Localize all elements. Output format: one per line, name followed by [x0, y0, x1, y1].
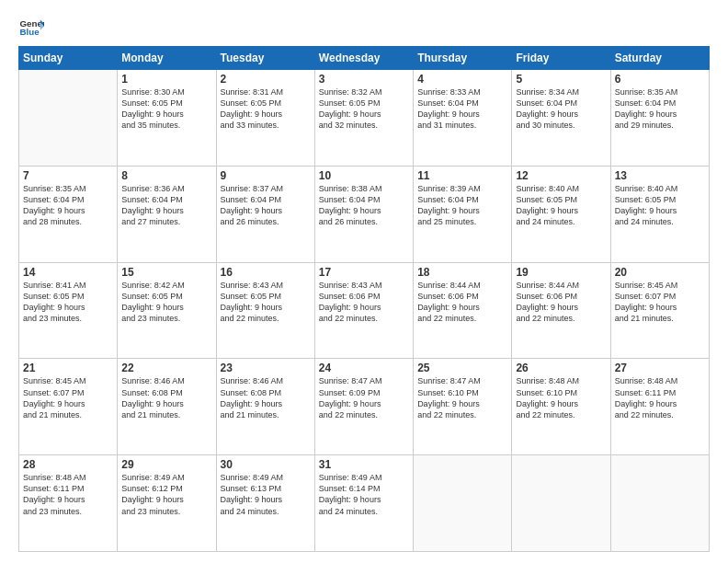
- calendar-cell: 5Sunrise: 8:34 AM Sunset: 6:04 PM Daylig…: [512, 70, 610, 167]
- cell-info: Sunrise: 8:44 AM Sunset: 6:06 PM Dayligh…: [516, 280, 606, 325]
- day-number: 3: [319, 73, 409, 86]
- cell-info: Sunrise: 8:43 AM Sunset: 6:06 PM Dayligh…: [319, 280, 409, 325]
- day-number: 18: [417, 266, 507, 279]
- day-number: 16: [221, 266, 311, 279]
- col-header-friday: Friday: [512, 47, 610, 70]
- day-number: 2: [221, 73, 311, 86]
- calendar-cell: 12Sunrise: 8:40 AM Sunset: 6:05 PM Dayli…: [512, 166, 610, 262]
- calendar-cell: 27Sunrise: 8:48 AM Sunset: 6:11 PM Dayli…: [610, 359, 709, 455]
- cell-info: Sunrise: 8:32 AM Sunset: 6:05 PM Dayligh…: [319, 86, 409, 132]
- cell-info: Sunrise: 8:31 AM Sunset: 6:05 PM Dayligh…: [221, 86, 311, 132]
- day-number: 26: [516, 362, 606, 374]
- cell-info: Sunrise: 8:43 AM Sunset: 6:05 PM Dayligh…: [221, 280, 311, 325]
- calendar-cell: 8Sunrise: 8:36 AM Sunset: 6:04 PM Daylig…: [118, 166, 216, 262]
- cell-info: Sunrise: 8:45 AM Sunset: 6:07 PM Dayligh…: [23, 375, 113, 420]
- page: General Blue SundayMondayTuesdayWednesda…: [0, 0, 728, 563]
- cell-info: Sunrise: 8:30 AM Sunset: 6:05 PM Dayligh…: [121, 86, 211, 132]
- day-number: 7: [23, 169, 113, 182]
- day-number: 23: [221, 362, 311, 374]
- week-row-1: 7Sunrise: 8:35 AM Sunset: 6:04 PM Daylig…: [19, 166, 710, 262]
- day-number: 25: [417, 362, 507, 374]
- col-header-sunday: Sunday: [19, 47, 118, 70]
- cell-info: Sunrise: 8:34 AM Sunset: 6:04 PM Dayligh…: [516, 86, 606, 132]
- calendar-table: SundayMondayTuesdayWednesdayThursdayFrid…: [18, 46, 710, 552]
- week-row-0: 1Sunrise: 8:30 AM Sunset: 6:05 PM Daylig…: [19, 70, 710, 167]
- cell-info: Sunrise: 8:48 AM Sunset: 6:10 PM Dayligh…: [516, 375, 606, 420]
- cell-info: Sunrise: 8:37 AM Sunset: 6:04 PM Dayligh…: [221, 183, 311, 228]
- day-number: 11: [417, 169, 507, 182]
- day-number: 29: [121, 458, 211, 471]
- calendar-cell: 13Sunrise: 8:40 AM Sunset: 6:05 PM Dayli…: [610, 166, 709, 262]
- col-header-tuesday: Tuesday: [216, 47, 314, 70]
- calendar-cell: [19, 70, 118, 167]
- calendar-cell: 3Sunrise: 8:32 AM Sunset: 6:05 PM Daylig…: [314, 70, 413, 167]
- calendar-cell: 16Sunrise: 8:43 AM Sunset: 6:05 PM Dayli…: [216, 262, 314, 359]
- calendar-cell: 31Sunrise: 8:49 AM Sunset: 6:14 PM Dayli…: [314, 455, 413, 552]
- cell-info: Sunrise: 8:49 AM Sunset: 6:13 PM Dayligh…: [221, 472, 311, 517]
- cell-info: Sunrise: 8:40 AM Sunset: 6:05 PM Dayligh…: [615, 183, 705, 228]
- cell-info: Sunrise: 8:33 AM Sunset: 6:04 PM Dayligh…: [417, 86, 507, 132]
- calendar-cell: 19Sunrise: 8:44 AM Sunset: 6:06 PM Dayli…: [512, 262, 610, 359]
- cell-info: Sunrise: 8:49 AM Sunset: 6:12 PM Dayligh…: [121, 472, 211, 517]
- cell-info: Sunrise: 8:36 AM Sunset: 6:04 PM Dayligh…: [121, 183, 211, 228]
- calendar-cell: 22Sunrise: 8:46 AM Sunset: 6:08 PM Dayli…: [118, 359, 216, 455]
- calendar-cell: 2Sunrise: 8:31 AM Sunset: 6:05 PM Daylig…: [216, 70, 314, 167]
- day-number: 6: [615, 73, 705, 86]
- cell-info: Sunrise: 8:35 AM Sunset: 6:04 PM Dayligh…: [23, 183, 113, 228]
- day-number: 13: [615, 169, 705, 182]
- day-number: 5: [516, 73, 606, 86]
- day-number: 20: [615, 266, 705, 279]
- day-number: 19: [516, 266, 606, 279]
- cell-info: Sunrise: 8:48 AM Sunset: 6:11 PM Dayligh…: [615, 375, 705, 420]
- header: General Blue: [18, 15, 710, 40]
- day-number: 17: [319, 266, 409, 279]
- calendar-cell: 29Sunrise: 8:49 AM Sunset: 6:12 PM Dayli…: [118, 455, 216, 552]
- week-row-3: 21Sunrise: 8:45 AM Sunset: 6:07 PM Dayli…: [19, 359, 710, 455]
- day-number: 24: [319, 362, 409, 374]
- calendar-cell: 28Sunrise: 8:48 AM Sunset: 6:11 PM Dayli…: [19, 455, 118, 552]
- day-number: 9: [221, 169, 311, 182]
- cell-info: Sunrise: 8:39 AM Sunset: 6:04 PM Dayligh…: [417, 183, 507, 228]
- cell-info: Sunrise: 8:48 AM Sunset: 6:11 PM Dayligh…: [23, 472, 113, 517]
- calendar-cell: 9Sunrise: 8:37 AM Sunset: 6:04 PM Daylig…: [216, 166, 314, 262]
- col-header-thursday: Thursday: [414, 47, 512, 70]
- day-number: 1: [121, 73, 211, 86]
- calendar-cell: 17Sunrise: 8:43 AM Sunset: 6:06 PM Dayli…: [314, 262, 413, 359]
- cell-info: Sunrise: 8:35 AM Sunset: 6:04 PM Dayligh…: [615, 86, 705, 132]
- calendar-cell: 11Sunrise: 8:39 AM Sunset: 6:04 PM Dayli…: [414, 166, 512, 262]
- cell-info: Sunrise: 8:40 AM Sunset: 6:05 PM Dayligh…: [516, 183, 606, 228]
- day-number: 30: [221, 458, 311, 471]
- calendar-cell: 14Sunrise: 8:41 AM Sunset: 6:05 PM Dayli…: [19, 262, 118, 359]
- day-number: 21: [23, 362, 113, 374]
- calendar-cell: [610, 455, 709, 552]
- cell-info: Sunrise: 8:47 AM Sunset: 6:09 PM Dayligh…: [319, 375, 409, 420]
- day-number: 14: [23, 266, 113, 279]
- logo-icon: General Blue: [18, 15, 44, 40]
- cell-info: Sunrise: 8:38 AM Sunset: 6:04 PM Dayligh…: [319, 183, 409, 228]
- cell-info: Sunrise: 8:49 AM Sunset: 6:14 PM Dayligh…: [319, 472, 409, 517]
- calendar-cell: 24Sunrise: 8:47 AM Sunset: 6:09 PM Dayli…: [314, 359, 413, 455]
- cell-info: Sunrise: 8:45 AM Sunset: 6:07 PM Dayligh…: [615, 280, 705, 325]
- cell-info: Sunrise: 8:47 AM Sunset: 6:10 PM Dayligh…: [417, 375, 507, 420]
- calendar-cell: 7Sunrise: 8:35 AM Sunset: 6:04 PM Daylig…: [19, 166, 118, 262]
- day-number: 15: [121, 266, 211, 279]
- svg-text:Blue: Blue: [19, 27, 40, 37]
- calendar-cell: 18Sunrise: 8:44 AM Sunset: 6:06 PM Dayli…: [414, 262, 512, 359]
- calendar-cell: 21Sunrise: 8:45 AM Sunset: 6:07 PM Dayli…: [19, 359, 118, 455]
- day-number: 10: [319, 169, 409, 182]
- day-number: 12: [516, 169, 606, 182]
- calendar-cell: 1Sunrise: 8:30 AM Sunset: 6:05 PM Daylig…: [118, 70, 216, 167]
- day-number: 8: [121, 169, 211, 182]
- calendar-cell: 15Sunrise: 8:42 AM Sunset: 6:05 PM Dayli…: [118, 262, 216, 359]
- calendar-cell: 30Sunrise: 8:49 AM Sunset: 6:13 PM Dayli…: [216, 455, 314, 552]
- week-row-2: 14Sunrise: 8:41 AM Sunset: 6:05 PM Dayli…: [19, 262, 710, 359]
- day-number: 28: [23, 458, 113, 471]
- calendar-cell: 26Sunrise: 8:48 AM Sunset: 6:10 PM Dayli…: [512, 359, 610, 455]
- calendar-cell: 10Sunrise: 8:38 AM Sunset: 6:04 PM Dayli…: [314, 166, 413, 262]
- cell-info: Sunrise: 8:41 AM Sunset: 6:05 PM Dayligh…: [23, 280, 113, 325]
- calendar-cell: 6Sunrise: 8:35 AM Sunset: 6:04 PM Daylig…: [610, 70, 709, 167]
- cell-info: Sunrise: 8:46 AM Sunset: 6:08 PM Dayligh…: [221, 375, 311, 420]
- calendar-cell: 23Sunrise: 8:46 AM Sunset: 6:08 PM Dayli…: [216, 359, 314, 455]
- day-number: 22: [121, 362, 211, 374]
- calendar-cell: [414, 455, 512, 552]
